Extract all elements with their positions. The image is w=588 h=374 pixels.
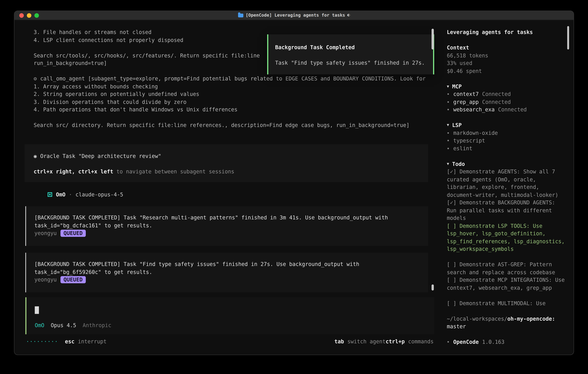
workspace-dir: ~/local-workspaces/	[447, 316, 507, 322]
lsp-section: ▼ LSP markdown-oxide	[447, 121, 566, 152]
lsp-server-name: typescript	[453, 137, 485, 145]
terminal-line: 3. Division operations that could divide…	[33, 98, 441, 106]
tab-key-label: switch agent	[347, 338, 386, 345]
main-scrollbar-thumb[interactable]	[431, 29, 434, 50]
lsp-server-name: markdown-oxide	[453, 129, 498, 137]
app-version: 1.0.163	[482, 338, 504, 346]
agent-header: OmO · claude-opus-4-5	[48, 191, 441, 198]
hint-text: to navigate between subagent sessions	[113, 168, 234, 174]
active-model-label: Opus 4.5	[51, 321, 76, 329]
task-message-line: [BACKGROUND TASK COMPLETED] Task "Find t…	[34, 260, 428, 268]
terminal-window: [OpenCode] Leveraging agents for tasks ◐…	[14, 10, 574, 355]
window-title: [OpenCode] Leveraging agents for tasks ◐	[14, 11, 574, 19]
tool-call-line: ⚙call_omo_agent [subagent_type=explore, …	[33, 75, 441, 83]
keyboard-shortcut: ctrl+x right, ctrl+x left	[33, 168, 113, 174]
window-title-text: [OpenCode] Leveraging agents for tasks	[246, 11, 345, 19]
lsp-server-item: typescript	[447, 137, 566, 145]
terminal-line: Search src/ directory. Return specific f…	[33, 121, 441, 129]
context-section: Context 66,518 tokens 33% used $0.46 spe…	[447, 44, 566, 75]
todo-list: [✓] Demonstrate AGENTS: Show all 7 curat…	[447, 168, 566, 307]
triangle-down-icon: ▼	[447, 121, 449, 129]
activity-dots-icon: ·········	[26, 338, 58, 345]
notification-title: Background Task Completed	[275, 43, 433, 51]
session-title: Leveraging agents for tasks	[447, 28, 566, 36]
task-message-line: [BACKGROUND TASK COMPLETED] Task "Resear…	[34, 214, 428, 222]
todo-item: [ ] Demonstrate LSP TOOLS: Use lsp_hover…	[447, 222, 566, 253]
notification-body: Task "Find type safety issues" finished …	[275, 59, 433, 67]
todo-item: [✓] Demonstrate AGENTS: Show all 7 curat…	[447, 168, 566, 199]
app-version-footer: OpenCode 1.0.163	[447, 338, 566, 346]
record-icon: ◉	[33, 153, 37, 159]
ctrlp-key-label: commands	[408, 338, 434, 345]
bullet-icon	[448, 101, 449, 103]
provider-label: Anthropic	[83, 321, 111, 329]
oracle-task-box[interactable]: ◉Oracle Task "Deep architecture review" …	[25, 144, 428, 182]
task-message-line: task_id="bg_dcfac161" to get results.	[34, 222, 428, 229]
todo-section-header[interactable]: ▼ Todo	[447, 160, 566, 168]
bullet-icon	[448, 94, 449, 95]
lsp-server-list: markdown-oxide typescript eslint	[447, 129, 566, 152]
status-badge: QUEUED	[61, 229, 86, 237]
agent-name: OmO	[56, 191, 65, 198]
context-used: 33% used	[447, 59, 566, 67]
prompt-input[interactable]: OmO Opus 4.5 Anthropic	[25, 297, 434, 334]
folder-icon	[238, 13, 243, 17]
zoom-button[interactable]	[34, 13, 39, 18]
notification-toast[interactable]: Background Task Completed Task "Find typ…	[267, 34, 434, 74]
mcp-server-status: Connected	[482, 98, 511, 106]
omo-agent-icon	[48, 192, 52, 197]
lsp-section-header[interactable]: ▼ LSP	[447, 121, 566, 129]
tool-call-text: call_omo_agent [subagent_type=explore, p…	[40, 75, 426, 82]
terminal-line: 1. Array access without bounds checking	[33, 83, 441, 90]
traffic-lights	[19, 11, 39, 20]
bullet-icon	[448, 140, 449, 141]
main-scrollbar-thumb-secondary[interactable]	[431, 284, 434, 291]
lsp-server-item: eslint	[447, 145, 566, 152]
mcp-server-name: grep_app	[453, 98, 479, 106]
todo-heading: Todo	[452, 160, 465, 168]
background-task-message: [BACKGROUND TASK COMPLETED] Task "Find t…	[25, 253, 428, 292]
bullet-icon	[448, 148, 449, 149]
mcp-section: ▼ MCP context7 Connected	[447, 83, 566, 114]
esc-key-label: interrupt	[78, 338, 106, 345]
workspace-repo: oh-my-opencode:	[507, 316, 555, 322]
close-button[interactable]	[19, 13, 24, 18]
agent-model: claude-opus-4-5	[75, 191, 123, 198]
mcp-heading: MCP	[452, 83, 462, 90]
terminal-line: 2. String operations on potentially unde…	[33, 90, 441, 98]
screen: [OpenCode] Leveraging agents for tasks ◐…	[0, 0, 588, 374]
active-agent-label: OmO	[35, 321, 44, 329]
todo-item: [✓] Demonstrate BACKGROUND AGENTS: Run p…	[447, 199, 566, 222]
context-tokens: 66,518 tokens	[447, 52, 566, 59]
task-message-list: [BACKGROUND TASK COMPLETED] Task "Resear…	[14, 206, 441, 292]
mcp-section-header[interactable]: ▼ MCP	[447, 83, 566, 90]
oracle-task-title: Oracle Task "Deep architecture review"	[40, 153, 161, 159]
lsp-heading: LSP	[452, 121, 462, 129]
mcp-server-item: context7 Connected	[447, 90, 566, 98]
bullet-icon	[448, 132, 449, 134]
background-task-message: [BACKGROUND TASK COMPLETED] Task "Resear…	[25, 206, 428, 246]
bullet-icon	[448, 341, 449, 343]
esc-key-hint: esc	[65, 338, 74, 345]
ctrlp-key-hint: ctrl+p	[386, 338, 405, 345]
task-message-line: task_id="bg_6f59260c" to get results.	[34, 268, 428, 276]
mcp-server-item: grep_app Connected	[447, 98, 566, 106]
status-badge: QUEUED	[61, 276, 86, 283]
context-spent: $0.46 spent	[447, 67, 566, 75]
lsp-server-item: markdown-oxide	[447, 129, 566, 137]
tab-key-hint: tab	[334, 338, 344, 345]
mcp-server-name: context7	[453, 90, 479, 98]
workspace-path: ~/local-workspaces/oh-my-opencode: maste…	[447, 315, 566, 330]
gear-icon: ⚙	[33, 75, 37, 82]
oracle-hint-row: ctrl+x right, ctrl+x left to navigate be…	[33, 167, 428, 175]
status-bar: ········· esc interrupt tab switch agent…	[26, 338, 434, 345]
mcp-server-status: Connected	[498, 106, 527, 114]
bullet-icon	[448, 109, 449, 110]
session-sidebar: Leveraging agents for tasks Context 66,5…	[441, 20, 574, 355]
sidebar-scrollbar-thumb[interactable]	[567, 26, 569, 50]
minimize-button[interactable]	[27, 13, 31, 18]
queued-user: yeongyu	[34, 276, 57, 284]
context-heading: Context	[447, 44, 566, 52]
todo-section: ▼ Todo [✓] Demonstrate AGENTS: Show all …	[447, 160, 566, 307]
window-titlebar[interactable]: [OpenCode] Leveraging agents for tasks ◐	[14, 11, 574, 20]
